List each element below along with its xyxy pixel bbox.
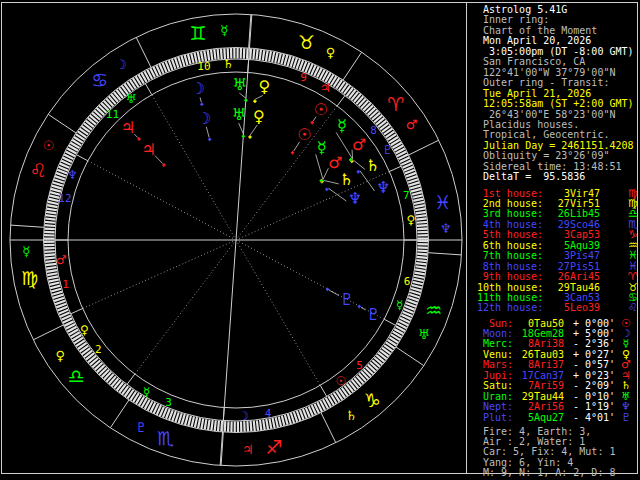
house-ring-divider <box>76 155 87 161</box>
sign-glyph-aries: ♈ <box>387 93 404 115</box>
sign-glyph-scorpio: ♏ <box>157 427 174 449</box>
sign-glyph-libra: ♎ <box>68 365 85 387</box>
planet-glyph-jupiter-inner: ♃ <box>142 140 156 159</box>
planet-pointer-line <box>316 154 323 179</box>
sign-glyph-aquarius: ♒ <box>425 299 442 321</box>
house-ruler-glyph-jupiter: ♃ <box>320 81 331 95</box>
house-cusp-line <box>236 240 384 319</box>
planet-glyph-jupiter-outer: ♃ <box>121 118 135 137</box>
sign-divider <box>10 225 43 227</box>
planet-pointer-line <box>155 156 163 164</box>
sign-glyph-capricorn: ♑ <box>364 389 381 411</box>
planet-pointer-line <box>239 93 246 98</box>
house-number-2: 2 <box>95 343 102 356</box>
house-number-11: 11 <box>106 108 119 121</box>
planet-glyph-pluto-inner: ♇ <box>340 290 354 309</box>
planet-position-value: 0Tau50 <box>514 319 564 329</box>
planet-glyph-saturn-outer: ♄ <box>366 156 380 175</box>
house-number-5: 5 <box>356 359 363 372</box>
sign-ruler-glyph-pluto: ♇ <box>136 420 148 435</box>
house-cusp-value: 5Leo39 <box>548 303 600 313</box>
house-cusp-value: 3Cap53 <box>548 230 600 240</box>
house-row-label: 9th house: <box>477 272 543 282</box>
house-number-7: 7 <box>403 189 410 202</box>
house-row-label: 3rd house: <box>477 209 543 219</box>
planet-row-label: Merc: <box>478 339 513 349</box>
sign-divider <box>343 52 362 80</box>
sign-divider <box>321 413 336 443</box>
header-line-3: Mon April 20, 2026 <box>483 36 591 46</box>
planet-position-value: 7Ari59 <box>514 381 564 391</box>
house-row-label: 12th house: <box>477 303 543 313</box>
sign-ruler-glyph-mercury: ☿ <box>22 244 30 259</box>
header-line-1: Inner ring: <box>483 15 549 25</box>
sign-glyph-taurus: ♉ <box>298 31 315 53</box>
house-ring-divider <box>337 96 345 106</box>
planet-delta-value: + 0°00' <box>573 319 615 329</box>
planet-delta-value: - 4°01' <box>573 413 615 423</box>
house-ring-divider <box>127 374 135 384</box>
astrolog-screen: ♈♂♉♀♊☿♋☽♌☉♍☿♎♀♏♇♐♃♑♄♒♅♓♆1♂2♀3☿4☽5☉6☿7♀8♇… <box>0 0 640 480</box>
house-ring-divider <box>320 385 327 396</box>
house-cusp-line <box>88 161 236 240</box>
house-cusp-line <box>236 106 337 240</box>
planet-glyph-venus-outer: ♀ <box>259 77 271 96</box>
house-ruler-glyph-sun: ☉ <box>336 374 347 388</box>
planet-glyph-uranus-outer: ♅ <box>232 75 246 94</box>
planet-pointer-line <box>250 125 257 135</box>
planet-glyph-neptune-inner: ♆ <box>348 189 362 208</box>
house-number-3: 3 <box>165 396 172 409</box>
sign-ruler-glyph-moon: ☽ <box>115 57 127 72</box>
house-row-label: 5th house: <box>477 230 543 240</box>
header-line-5: San Francisco, CA <box>483 57 585 67</box>
planet-row-label: Nept: <box>478 402 513 412</box>
totals-line-2: Car: 5, Fix: 4, Mut: 1 <box>483 447 615 457</box>
planet-delta-value: - 2°09' <box>573 381 615 391</box>
house-number-8: 8 <box>370 124 377 137</box>
header-line-14: Obliquity = 23°26'09" <box>483 151 609 161</box>
sign-divider <box>48 114 76 133</box>
house-cusp-line <box>152 95 236 240</box>
house-cusp-line <box>236 171 389 240</box>
house-ruler-glyph-mars: ♂ <box>56 253 67 267</box>
house-number-4: 4 <box>265 407 272 420</box>
planet-pointer-line <box>361 307 365 309</box>
house-cusp-line <box>83 240 236 309</box>
house-ruler-glyph-venus: ♀ <box>406 213 415 227</box>
house-ring-divider <box>384 319 395 325</box>
sign-glyph-leo: ♌ <box>30 159 47 181</box>
planet-position-value: 2Ari56 <box>514 402 564 412</box>
house-number-9: 9 <box>300 71 307 84</box>
planet-pointer-line <box>353 160 365 169</box>
sign-glyph-virgo: ♍ <box>21 267 38 289</box>
planet-glyph-uranus-inner: ♅ <box>232 105 246 124</box>
sign-ruler-glyph-mercury: ☿ <box>220 23 228 38</box>
planet-position-value: 8Ari37 <box>514 360 564 370</box>
sign-ruler-glyph-venus: ♀ <box>56 348 66 363</box>
sign-divider <box>409 140 439 155</box>
sign-glyph-gemini: ♊ <box>190 22 207 44</box>
planet-pointer-line <box>329 188 347 201</box>
house-number-12: 12 <box>58 192 71 205</box>
planet-glyph-neptune-outer: ♆ <box>376 178 390 197</box>
sign-glyph-cancer: ♋ <box>91 69 108 91</box>
planet-delta-value: - 0°57' <box>573 360 615 370</box>
planet-delta-value: - 2°36' <box>573 339 615 349</box>
sign-ruler-glyph-sun: ☉ <box>43 138 55 153</box>
header-line-9: 12:05:58am (ST +2:00 GMT) <box>483 99 634 109</box>
header-line-10: 26°43'00"E 58°23'00"N <box>483 110 615 120</box>
sign-ruler-glyph-venus: ♀ <box>326 45 336 60</box>
sign-divider <box>136 37 151 67</box>
sign-divider <box>428 253 461 255</box>
sign-ruler-glyph-saturn: ♄ <box>345 408 357 423</box>
planet-position-value: 5Aqu27 <box>514 413 564 423</box>
house-row-label: 7th house: <box>477 251 543 261</box>
header-line-12: Tropical, Geocentric. <box>483 130 609 140</box>
planet-glyph-moon-outer: ☽ <box>191 79 205 98</box>
planet-position-value: 8Ari38 <box>514 339 564 349</box>
house-ruler-glyph-saturn: ♄ <box>223 57 234 71</box>
sign-ruler-glyph-neptune: ♆ <box>440 221 452 236</box>
planet-pointer-line <box>206 127 209 138</box>
planet-row-label: Mars: <box>478 360 513 370</box>
header-line-16: DeltaT = 95.5836 <box>483 172 585 182</box>
